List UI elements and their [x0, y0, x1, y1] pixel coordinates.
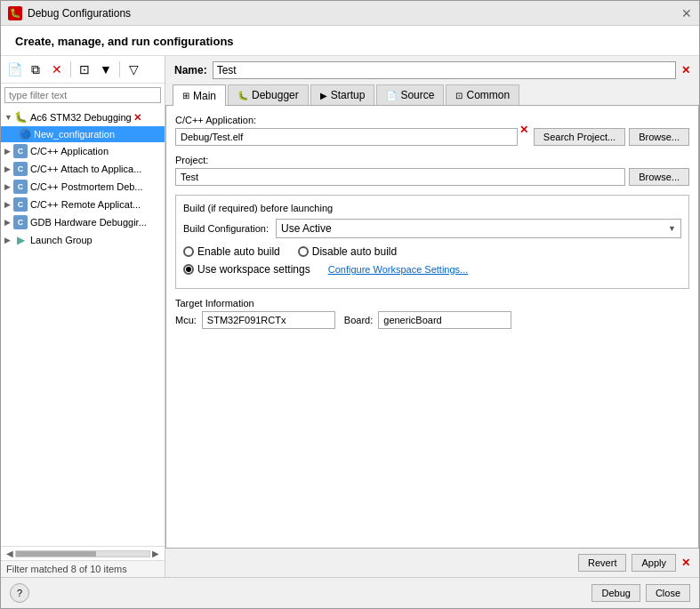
- tab-source[interactable]: 📄 Source: [376, 84, 444, 105]
- help-button[interactable]: ?: [10, 583, 29, 603]
- tab-startup[interactable]: ▶ Startup: [310, 84, 375, 105]
- build-config-value: Use Active: [281, 222, 332, 235]
- close-ac6[interactable]: ✕: [133, 112, 141, 124]
- disable-auto-build-option[interactable]: Disable auto build: [298, 245, 397, 258]
- workspace-row: Use workspace settings Configure Workspa…: [183, 263, 681, 276]
- titlebar: 🐛 Debug Configurations ✕: [1, 1, 699, 26]
- tree-item-cpp-postmortem[interactable]: ▶ C C/C++ Postmortem Deb...: [1, 178, 165, 196]
- footer-left: ?: [10, 583, 29, 603]
- cpp-app-row: ✕ Search Project... Browse...: [175, 128, 689, 146]
- right-panel: Name: ✕ ⊞ Main 🐛 Debugger ▶ Startup: [165, 56, 699, 577]
- browse-button-2[interactable]: Browse...: [629, 168, 689, 186]
- window-title: Debug Configurations: [28, 7, 131, 20]
- tree-item-new-config[interactable]: 🔵 New_configuration: [1, 126, 165, 142]
- use-workspace-radio[interactable]: [183, 264, 194, 275]
- dialog-header: Create, manage, and run configurations: [1, 26, 699, 56]
- project-input[interactable]: [175, 168, 625, 186]
- tree-arrow-launch: ▶: [4, 236, 13, 244]
- tree-item-cpp-remote[interactable]: ▶ C C/C++ Remote Applicat...: [1, 196, 165, 213]
- dialog-subtitle: Create, manage, and run configurations: [15, 35, 685, 48]
- left-toolbar: 📄 ⧉ ✕ ⊡ ▼ ▽: [1, 56, 165, 84]
- more-button[interactable]: ▽: [124, 60, 143, 79]
- delete-button[interactable]: ✕: [47, 60, 67, 79]
- name-clear-button[interactable]: ✕: [681, 64, 690, 76]
- apply-button[interactable]: Apply: [632, 554, 676, 572]
- window-close-button[interactable]: ✕: [681, 6, 692, 20]
- tab-common[interactable]: ⊡ Common: [446, 84, 519, 105]
- c-icon-attach: C: [13, 162, 28, 176]
- group-icon-launch: ▶: [13, 233, 28, 247]
- project-row: Browse...: [175, 168, 689, 186]
- build-section-title: Build (if required) before launching: [183, 203, 681, 213]
- tab-source-label: Source: [400, 89, 434, 101]
- filter-status: Filter matched 8 of 10 items: [1, 560, 165, 577]
- scroll-right[interactable]: ▶: [150, 549, 161, 558]
- tree-label-remote: C/C++ Remote Applicat...: [30, 199, 141, 210]
- project-group: Project: Browse...: [175, 155, 689, 186]
- c-icon-postmortem: C: [13, 180, 28, 194]
- tree-label-postmortem: C/C++ Postmortem Deb...: [30, 181, 143, 192]
- common-tab-icon: ⊡: [455, 91, 463, 100]
- config-tree: ▼ 🐛 Ac6 STM32 Debugging ✕ 🔵 New_configur…: [1, 107, 165, 546]
- source-tab-icon: 📄: [386, 91, 397, 100]
- filter-button[interactable]: ⊡: [75, 60, 94, 79]
- configure-workspace-link[interactable]: Configure Workspace Settings...: [328, 264, 469, 275]
- left-panel: 📄 ⧉ ✕ ⊡ ▼ ▽ ▼ 🐛 Ac6 STM32 Debugging ✕: [1, 56, 165, 577]
- disable-auto-build-label: Disable auto build: [312, 245, 397, 258]
- tree-item-cpp-app[interactable]: ▶ C C/C++ Application: [1, 142, 165, 160]
- cpp-app-clear[interactable]: ✕: [519, 124, 528, 136]
- tree-item-launch-group[interactable]: ▶ ▶ Launch Group: [1, 231, 165, 249]
- collapse-button[interactable]: ▼: [96, 60, 116, 79]
- close-button[interactable]: Close: [646, 584, 690, 602]
- tab-common-label: Common: [466, 89, 510, 101]
- target-row: Mcu: Board:: [175, 311, 689, 329]
- c-icon-remote: C: [13, 197, 28, 212]
- toolbar-separator2: [119, 61, 120, 77]
- tree-arrow-attach: ▶: [4, 164, 13, 173]
- cpp-app-label: C/C++ Application:: [175, 115, 689, 125]
- new-config-button[interactable]: 📄: [4, 60, 24, 79]
- target-section: Target Information Mcu: Board:: [175, 298, 689, 329]
- revert-button[interactable]: Revert: [578, 554, 626, 572]
- tab-debugger[interactable]: 🐛 Debugger: [228, 84, 309, 105]
- enable-auto-build-label: Enable auto build: [197, 245, 280, 258]
- tree-label-cpp-app: C/C++ Application: [30, 146, 109, 156]
- use-workspace-label: Use workspace settings: [197, 263, 310, 276]
- tree-item-ac6[interactable]: ▼ 🐛 Ac6 STM32 Debugging ✕: [1, 108, 165, 126]
- tree-item-cpp-attach[interactable]: ▶ C C/C++ Attach to Applica...: [1, 160, 165, 178]
- config-name-input[interactable]: [213, 61, 676, 79]
- project-label: Project:: [175, 155, 689, 165]
- scrollbar-track[interactable]: [15, 550, 150, 557]
- search-project-button[interactable]: Search Project...: [534, 128, 625, 146]
- browse-button-1[interactable]: Browse...: [629, 128, 689, 146]
- debug-button[interactable]: Debug: [591, 584, 640, 602]
- toolbar-separator: [70, 61, 71, 77]
- tab-main-label: Main: [193, 90, 216, 102]
- name-label: Name:: [174, 64, 207, 76]
- disable-auto-build-radio[interactable]: [298, 246, 309, 257]
- enable-auto-build-option[interactable]: Enable auto build: [183, 245, 280, 258]
- tree-arrow-postmortem: ▶: [4, 182, 13, 191]
- dialog-footer: ? Debug Close: [1, 577, 699, 608]
- action-bar: Revert Apply ✕: [165, 549, 699, 577]
- tree-label-gdb: GDB Hardware Debuggir...: [30, 217, 147, 228]
- build-config-select[interactable]: Use Active ▼: [276, 219, 681, 238]
- debugger-tab-icon: 🐛: [237, 91, 248, 100]
- tab-main[interactable]: ⊞ Main: [173, 84, 226, 106]
- startup-tab-icon: ▶: [320, 91, 327, 100]
- tree-item-gdb-hw[interactable]: ▶ C GDB Hardware Debuggir...: [1, 213, 165, 231]
- cpp-app-input[interactable]: [175, 128, 518, 146]
- close-x-button[interactable]: ✕: [681, 557, 690, 569]
- footer-right: Debug Close: [591, 584, 690, 602]
- tab-startup-label: Startup: [331, 89, 366, 101]
- mcu-input[interactable]: [202, 311, 335, 329]
- tree-arrow-remote: ▶: [4, 200, 13, 209]
- filter-input[interactable]: [4, 87, 161, 103]
- enable-auto-build-radio[interactable]: [183, 246, 194, 257]
- scrollbar-thumb: [16, 551, 96, 557]
- use-workspace-option[interactable]: Use workspace settings: [183, 263, 310, 276]
- board-input[interactable]: [378, 311, 511, 329]
- tree-arrow-cpp: ▶: [4, 147, 13, 156]
- scroll-left[interactable]: ◀: [4, 549, 15, 558]
- duplicate-button[interactable]: ⧉: [26, 60, 45, 79]
